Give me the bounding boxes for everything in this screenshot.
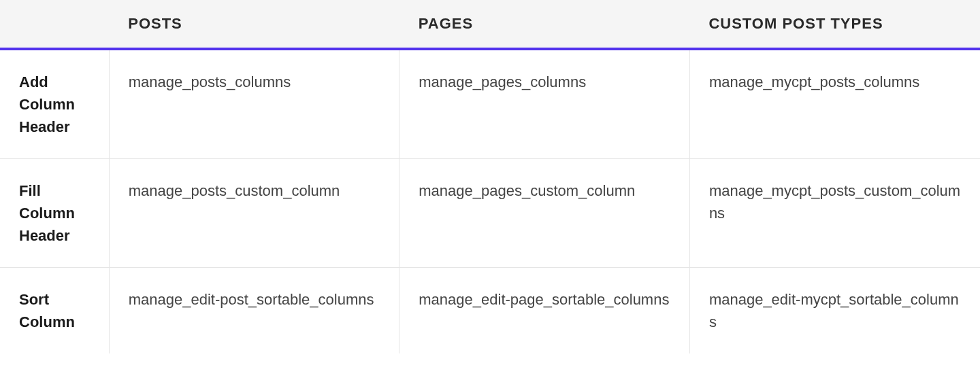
cell-add-cpt: manage_mycpt_posts_columns — [689, 49, 980, 159]
table-header-pages: PAGES — [399, 0, 690, 49]
table-header-row: POSTS PAGES CUSTOM POST TYPES — [0, 0, 980, 49]
cell-fill-cpt: manage_mycpt_posts_custom_columns — [689, 159, 980, 268]
cell-sort-posts: manage_edit-post_sortable_columns — [109, 268, 399, 354]
cell-sort-pages: manage_edit-page_sortable_columns — [399, 268, 690, 354]
table-row: Add Column Header manage_posts_columns m… — [0, 49, 980, 159]
table-header-posts: POSTS — [109, 0, 399, 49]
cell-sort-cpt: manage_edit-mycpt_sortable_columns — [689, 268, 980, 354]
cell-add-posts: manage_posts_columns — [109, 49, 399, 159]
cell-fill-pages: manage_pages_custom_column — [399, 159, 690, 268]
table-header-cpt: CUSTOM POST TYPES — [689, 0, 980, 49]
hooks-table-container: POSTS PAGES CUSTOM POST TYPES Add Column… — [0, 0, 980, 380]
row-header-fill-column: Fill Column Header — [0, 159, 109, 268]
table-row: Sort Column manage_edit-post_sortable_co… — [0, 268, 980, 354]
row-header-sort-column: Sort Column — [0, 268, 109, 354]
table-row: Fill Column Header manage_posts_custom_c… — [0, 159, 980, 268]
cell-fill-posts: manage_posts_custom_column — [109, 159, 399, 268]
table-header-corner — [0, 0, 109, 49]
hooks-table: POSTS PAGES CUSTOM POST TYPES Add Column… — [0, 0, 980, 353]
row-header-add-column: Add Column Header — [0, 49, 109, 159]
cell-add-pages: manage_pages_columns — [399, 49, 690, 159]
